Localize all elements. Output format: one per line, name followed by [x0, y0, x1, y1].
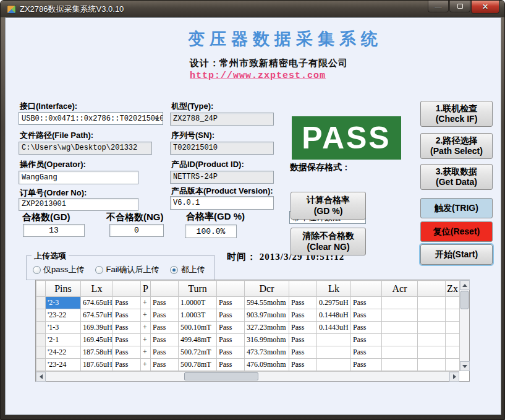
table-cell[interactable]: Pass [113, 334, 141, 346]
table-cell[interactable]: Pass [289, 334, 317, 346]
table-cell[interactable]: Pass [151, 334, 179, 346]
table-cell[interactable] [382, 359, 418, 371]
maximize-button[interactable] [449, 1, 470, 12]
table-cell[interactable] [382, 346, 418, 359]
website-link[interactable]: http://www.zxptest.com [190, 71, 326, 81]
table-cell[interactable]: 169.45uH [81, 334, 113, 346]
table-cell[interactable]: 0.2975uH [317, 297, 351, 309]
column-header[interactable] [217, 281, 245, 297]
table-cell[interactable]: Pass [351, 322, 382, 334]
table-cell[interactable]: Pass [351, 346, 382, 359]
table-cell[interactable]: 0.1448uH [317, 309, 351, 322]
table-cell[interactable] [418, 297, 446, 309]
table-cell[interactable]: Pass [351, 334, 382, 346]
table-cell[interactable]: '1-3 [46, 322, 81, 334]
table-cell[interactable]: 169.39uH [81, 322, 113, 334]
table-cell[interactable] [418, 322, 446, 334]
radio-option-fail-confirm[interactable]: Fail确认后上传 [95, 264, 159, 275]
close-button[interactable]: ✕ [471, 1, 499, 14]
row-header[interactable] [36, 322, 46, 334]
row-header[interactable] [36, 309, 46, 322]
table-cell[interactable]: 187.58uH [81, 346, 113, 359]
table-cell[interactable]: '2-3 [46, 297, 81, 309]
table-cell[interactable]: 187.65uH [81, 359, 113, 371]
title-bar[interactable]: ZX2786数据采集系统V3.0.10 — ✕ [1, 1, 504, 17]
table-cell[interactable]: '23-22 [46, 309, 81, 322]
table-cell[interactable]: 499.48mT [179, 334, 217, 346]
table-cell[interactable]: Pass [351, 309, 382, 322]
table-cell[interactable] [382, 309, 418, 322]
table-cell[interactable]: '24-22 [46, 346, 81, 359]
column-header[interactable]: Zx [446, 281, 460, 297]
table-cell[interactable]: '2-1 [46, 334, 81, 346]
table-cell[interactable] [317, 359, 351, 371]
table-cell[interactable]: 0.1443uH [317, 322, 351, 334]
column-header[interactable]: Lk [317, 281, 351, 297]
table-cell[interactable]: Pass [289, 359, 317, 371]
table-cell[interactable] [446, 297, 460, 309]
table-cell[interactable]: 473.73mohm [245, 346, 289, 359]
table-cell[interactable]: 1.0003T [179, 309, 217, 322]
trig-button[interactable]: 触发(TRIG) [420, 198, 493, 218]
vertical-scroll-thumb[interactable] [460, 291, 469, 309]
column-header[interactable]: P [141, 281, 151, 297]
table-cell[interactable]: Pass [351, 359, 382, 371]
gd-rate-field[interactable] [185, 225, 237, 238]
table-cell[interactable] [418, 346, 446, 359]
column-header[interactable] [151, 281, 179, 297]
table-cell[interactable]: + [141, 322, 151, 334]
operator-field[interactable] [19, 171, 138, 184]
table-cell[interactable]: Pass [151, 309, 179, 322]
table-cell[interactable] [446, 346, 460, 359]
column-header[interactable] [113, 281, 141, 297]
minimize-button[interactable]: — [428, 1, 449, 12]
column-header[interactable]: Lx [81, 281, 113, 297]
row-header[interactable] [36, 359, 46, 371]
sn-field[interactable] [170, 142, 274, 155]
table-cell[interactable] [446, 334, 460, 346]
table-cell[interactable]: '23-24 [46, 359, 81, 371]
file-path-field[interactable] [19, 142, 152, 155]
scroll-right-button[interactable] [449, 372, 459, 382]
table-cell[interactable]: 327.23mohm [245, 322, 289, 334]
table-cell[interactable]: Pass [217, 309, 245, 322]
product-id-field[interactable] [170, 171, 274, 184]
scroll-left-button[interactable] [36, 372, 46, 382]
get-data-button[interactable]: 3.获取数据 (Get Data) [420, 164, 493, 190]
table-cell[interactable] [382, 322, 418, 334]
column-header[interactable] [351, 281, 382, 297]
table-cell[interactable]: Pass [151, 359, 179, 371]
column-header[interactable]: Pins [46, 281, 81, 297]
table-cell[interactable]: Pass [217, 322, 245, 334]
table-cell[interactable]: Pass [151, 297, 179, 309]
scroll-down-button[interactable] [460, 361, 470, 371]
table-cell[interactable]: Pass [289, 297, 317, 309]
calc-gd-rate-button[interactable]: 计算合格率 (GD %) [291, 192, 366, 220]
column-header[interactable]: Acr [382, 281, 418, 297]
table-cell[interactable]: 1.0000T [179, 297, 217, 309]
table-cell[interactable]: Pass [151, 346, 179, 359]
check-if-button[interactable]: 1.联机检查 (Check IF) [420, 101, 493, 127]
table-cell[interactable]: 594.55mohm [245, 297, 289, 309]
radio-option-pass-only[interactable]: 仅pass上传 [33, 264, 84, 275]
table-cell[interactable]: Pass [289, 346, 317, 359]
table-cell[interactable]: + [141, 359, 151, 371]
table-cell[interactable]: Pass [217, 346, 245, 359]
interface-dropdown[interactable]: USB0::0x0471::0x2786::T020215010::: [19, 112, 163, 125]
table-vertical-scrollbar[interactable] [459, 280, 469, 371]
table-cell[interactable] [446, 309, 460, 322]
gd-count-field[interactable] [23, 224, 85, 237]
table-cell[interactable]: Pass [113, 346, 141, 359]
table-cell[interactable]: + [141, 334, 151, 346]
table-cell[interactable] [317, 334, 351, 346]
table-cell[interactable]: 500.78mT [179, 359, 217, 371]
type-field[interactable] [170, 113, 274, 126]
table-cell[interactable] [446, 359, 460, 371]
table-cell[interactable]: Pass [113, 297, 141, 309]
horizontal-scroll-thumb[interactable] [184, 372, 258, 380]
column-header[interactable] [418, 281, 446, 297]
table-cell[interactable]: Pass [289, 322, 317, 334]
product-version-field[interactable] [170, 196, 274, 210]
table-cell[interactable] [446, 322, 460, 334]
table-cell[interactable]: Pass [217, 297, 245, 309]
